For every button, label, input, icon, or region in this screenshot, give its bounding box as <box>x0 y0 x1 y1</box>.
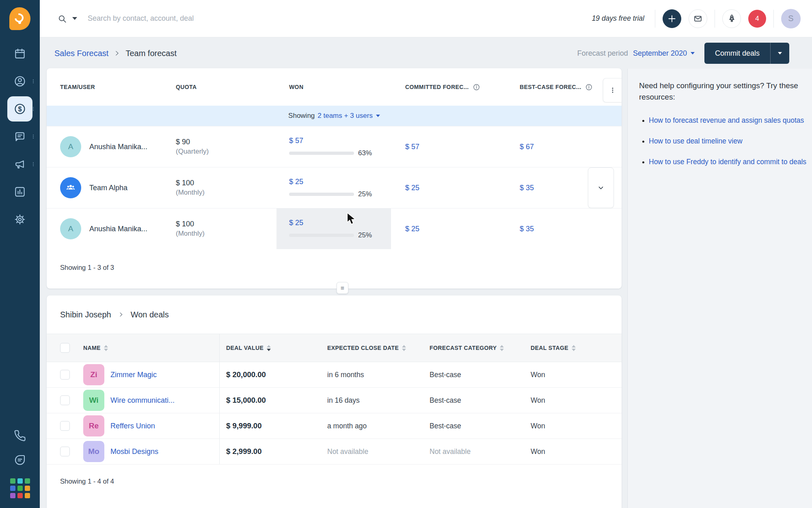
campaigns-options-icon[interactable] <box>30 160 36 169</box>
forecast-row[interactable]: A Anushia Manika... $ 90 (Quarterly) $ 5… <box>47 126 622 167</box>
progress-percent: 25% <box>358 231 372 239</box>
forecast-period-label: Forecast period <box>577 49 628 58</box>
breadcrumb-sales-forecast[interactable]: Sales Forecast <box>54 49 108 58</box>
table-options-button[interactable] <box>603 78 622 102</box>
sidebar-item-calendar[interactable] <box>0 40 40 67</box>
expand-team-button[interactable] <box>588 167 614 208</box>
deal-value: $ 15,000.00 <box>226 396 266 405</box>
row-checkbox[interactable] <box>60 395 70 405</box>
committed-amount-link[interactable]: $ 57 <box>405 143 419 151</box>
won-deals-card: Shibin Joseph Won deals NAME DEAL VALUE … <box>47 295 622 508</box>
sidebar-item-settings[interactable] <box>0 206 40 233</box>
deal-value: $ 20,000.00 <box>226 370 266 379</box>
deal-row[interactable]: MoMosbi Designs $ 2,999.00 Not available… <box>47 439 622 465</box>
sidebar-item-campaigns[interactable] <box>0 150 40 178</box>
forecast-period-select[interactable]: September 2020 <box>633 49 695 58</box>
row-checkbox[interactable] <box>60 421 70 431</box>
sidebar-item-analytics[interactable] <box>0 178 40 206</box>
deals-owner[interactable]: Shibin Joseph <box>60 310 111 319</box>
quota-value: $ 100 <box>176 220 194 228</box>
sidebar-item-deals[interactable]: $ <box>0 95 40 123</box>
forecast-row[interactable]: Team Alpha $ 100 (Monthly) $ 25 25% $ 25… <box>47 167 622 208</box>
email-button[interactable] <box>689 9 707 28</box>
trial-text: 19 days free trial <box>592 14 644 23</box>
sidebar-item-conversations[interactable] <box>0 123 40 150</box>
progress-bar <box>289 193 354 196</box>
member-name: Anushia Manika... <box>89 143 147 151</box>
help-link-freddy[interactable]: How to use Freddy to identify and commit… <box>649 158 806 166</box>
select-all-checkbox[interactable] <box>60 343 70 353</box>
deal-stage: Won <box>531 371 545 379</box>
help-panel-title: Need help configuring your settings? Try… <box>639 80 806 103</box>
user-avatar[interactable]: S <box>781 9 801 28</box>
contacts-icon <box>14 75 26 87</box>
col-deal-stage[interactable]: DEAL STAGE <box>518 334 622 362</box>
deals-table-header: NAME DEAL VALUE EXPECTED CLOSE DATE FORE… <box>47 334 622 362</box>
quick-add-button[interactable] <box>663 9 681 28</box>
search-icon[interactable] <box>57 13 67 24</box>
gear-icon <box>14 213 26 226</box>
deal-row[interactable]: WiWire communicati... $ 15,000.00 in 16 … <box>47 388 622 413</box>
won-amount-link[interactable]: $ 25 <box>289 219 303 227</box>
row-checkbox[interactable] <box>60 447 70 456</box>
sort-icon <box>104 345 108 351</box>
envelope-icon <box>693 14 703 24</box>
col-quota: QUOTA <box>176 84 276 90</box>
sidebar-item-contacts[interactable] <box>0 67 40 95</box>
onboarding-button[interactable] <box>722 9 741 28</box>
deal-avatar: Re <box>83 415 104 436</box>
search-input[interactable] <box>88 14 339 23</box>
best-case-amount-link[interactable]: $ 35 <box>520 184 534 192</box>
freshworks-logo[interactable] <box>0 0 40 37</box>
deal-avatar: Wi <box>83 390 104 411</box>
forecast-category: Best-case <box>430 396 461 405</box>
info-icon[interactable] <box>585 83 593 91</box>
notifications-button[interactable]: 4 <box>748 10 766 28</box>
progress-percent: 63% <box>358 149 372 157</box>
progress-percent: 25% <box>358 190 372 198</box>
app-switcher-icon[interactable] <box>10 478 30 498</box>
sort-icon <box>500 345 504 351</box>
won-cell-hovered[interactable]: $ 25 25% <box>276 208 391 249</box>
deal-name-link[interactable]: Mosbi Designs <box>110 447 158 456</box>
quota-value: $ 100 <box>176 179 194 187</box>
quota-period: (Quarterly) <box>176 148 209 156</box>
deal-row[interactable]: ReReffers Union $ 9,999.00 a month ago B… <box>47 413 622 439</box>
commit-deals-dropdown[interactable] <box>771 43 789 64</box>
help-link-forecast-revenue[interactable]: How to forecast revenue and assign sales… <box>649 116 804 124</box>
row-checkbox[interactable] <box>60 370 70 380</box>
deals-options-icon[interactable] <box>30 104 36 113</box>
deal-row[interactable]: ZiZimmer Magic $ 20,000.00 in 6 months B… <box>47 362 622 388</box>
megaphone-icon <box>14 158 26 170</box>
committed-amount-link[interactable]: $ 25 <box>405 225 419 233</box>
committed-amount-link[interactable]: $ 25 <box>405 184 419 192</box>
phone-icon[interactable] <box>14 430 26 442</box>
deal-name-link[interactable]: Reffers Union <box>110 422 155 430</box>
contacts-options-icon[interactable] <box>30 77 36 86</box>
deal-name-link[interactable]: Zimmer Magic <box>110 371 157 379</box>
search-scope-caret-icon[interactable] <box>72 17 77 20</box>
col-deal-value[interactable]: DEAL VALUE <box>220 334 315 362</box>
progress-bar <box>289 152 354 155</box>
panel-resize-handle[interactable]: = <box>337 282 348 294</box>
chevron-down-icon <box>778 52 782 54</box>
commit-deals-button[interactable]: Commit deals <box>704 43 789 64</box>
info-icon[interactable] <box>473 83 480 91</box>
conversations-icon <box>14 130 26 143</box>
best-case-amount-link[interactable]: $ 35 <box>520 225 534 233</box>
won-amount-link[interactable]: $ 25 <box>289 178 303 186</box>
won-amount-link[interactable]: $ 57 <box>289 137 303 145</box>
divider <box>655 10 655 28</box>
col-name[interactable]: NAME <box>83 334 220 362</box>
col-expected-close-date[interactable]: EXPECTED CLOSE DATE <box>315 334 417 362</box>
conversations-options-icon[interactable] <box>30 132 36 141</box>
forecast-row[interactable]: A Anushia Manika... $ 100 (Monthly) $ 25… <box>47 208 622 249</box>
chat-bubble-icon[interactable] <box>14 454 26 466</box>
teams-users-filter[interactable]: 2 teams + 3 users <box>317 112 380 120</box>
help-link-deal-timeline[interactable]: How to use deal timeline view <box>649 137 743 145</box>
best-case-amount-link[interactable]: $ 67 <box>520 143 534 151</box>
col-forecast-category[interactable]: FORECAST CATEGORY <box>417 334 518 362</box>
deal-name-link[interactable]: Wire communicati... <box>110 396 175 405</box>
team-icon <box>65 182 77 194</box>
forecast-table-header: TEAM/USER QUOTA WON COMMITTED FOREC... B… <box>47 68 622 106</box>
